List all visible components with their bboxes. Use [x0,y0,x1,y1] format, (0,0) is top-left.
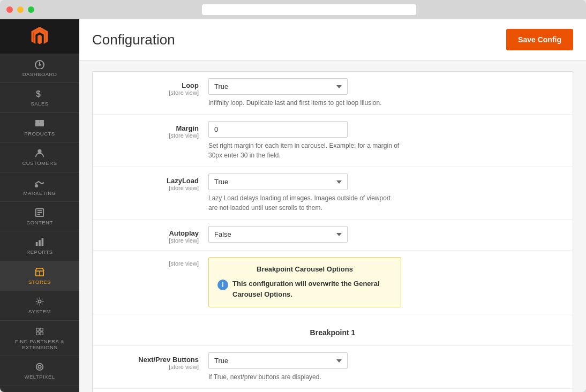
reports-label: REPORTS [26,249,52,255]
products-icon [33,118,46,129]
svg-rect-20 [40,328,43,330]
sidebar-item-dashboard[interactable]: DASHBOARD [0,54,79,83]
content-label: CONTENT [26,220,52,225]
notice-scope-col: [store view] [101,257,208,267]
sales-label: SALES [31,101,48,107]
form-row-next-prev: Next/Prev Buttons [store view] True Fals… [93,346,573,389]
sidebar-item-content[interactable]: CONTENT [0,202,79,231]
svg-rect-10 [37,210,42,211]
form-row-breakpoint-notice: [store view] Breakpoint Carousel Options… [93,251,573,314]
page-header: Configuration Save Config [79,19,586,61]
margin-label-col: Margin [store view] [101,121,208,139]
form-row-autoplay: Autoplay [store view] True False [93,220,573,251]
sidebar-item-marketing[interactable]: MARKETING [0,172,79,202]
margin-note: Set right margin for each item in carous… [208,141,401,160]
margin-control-col: Set right margin for each item in carous… [208,121,564,160]
form-row-margin: Margin [store view] Set right margin for… [93,115,573,167]
margin-input[interactable] [208,121,348,138]
system-icon [33,296,46,307]
next-prev-control-col: True False If True, next/prev buttons ar… [208,352,564,382]
svg-rect-19 [36,328,39,330]
notice-body: i This configuration will overwrite the … [217,278,392,299]
breakpoint-heading-row: Breakpoint 1 [93,314,573,346]
lazyload-control-col: True False Lazy Load delays loading of i… [208,174,564,213]
svg-rect-15 [42,238,44,246]
reports-icon [33,237,46,247]
svg-rect-22 [40,331,43,334]
find-partners-icon [33,326,46,337]
svg-rect-11 [37,212,42,213]
minimize-button[interactable] [17,6,24,13]
lazyload-label-col: LazyLoad [store view] [101,174,208,191]
sidebar: DASHBOARD $ SALES PRODUCTS CUSTOMERS [0,19,79,392]
marketing-label: MARKETING [24,190,56,196]
svg-point-1 [39,64,41,66]
breakpoint-notice-title: Breakpoint Carousel Options [217,265,392,273]
title-bar [0,0,586,19]
svg-rect-3 [35,122,40,126]
next-prev-scope: [store view] [101,364,199,370]
loop-label: Loop [101,81,199,89]
customers-icon [33,148,46,159]
notice-text: This configuration will overwrite the Ge… [232,278,392,299]
form-row-items: Items [store view] [93,389,573,392]
sidebar-item-stores[interactable]: STORES [0,261,79,291]
info-icon: i [217,280,228,290]
notice-scope: [store view] [101,260,199,267]
svg-point-7 [37,149,41,153]
sidebar-item-find-partners[interactable]: FIND PARTNERS & EXTENSIONS [0,321,79,357]
sidebar-item-system[interactable]: SYSTEM [0,291,79,320]
weltpixel-label: WELTPIXEL [24,374,55,380]
lazyload-scope: [store view] [101,185,199,191]
svg-rect-4 [40,122,44,126]
svg-point-18 [38,300,41,303]
loop-scope: [store view] [101,89,199,96]
save-config-button[interactable]: Save Config [506,29,573,50]
sidebar-item-reports[interactable]: REPORTS [0,231,79,261]
autoplay-select[interactable]: True False [208,226,348,243]
svg-rect-21 [36,331,39,334]
sidebar-item-products[interactable]: PRODUCTS [0,113,79,142]
sidebar-item-weltpixel[interactable]: WELTPIXEL [0,356,79,386]
margin-label: Margin [101,124,199,132]
next-prev-select[interactable]: True False [208,352,348,369]
form-row-loop: Loop [store view] True False Infifnity l… [93,72,573,115]
breakpoint-heading: Breakpoint 1 [101,321,564,339]
maximize-button[interactable] [28,6,34,13]
loop-note: Infifnity loop. Duplicate last and first… [208,98,401,108]
dashboard-icon [33,59,46,70]
autoplay-scope: [store view] [101,237,199,244]
form-row-lazyload: LazyLoad [store view] True False Lazy Lo… [93,167,573,220]
svg-point-24 [38,366,41,368]
svg-rect-13 [36,242,38,246]
sidebar-item-sales[interactable]: $ SALES [0,83,79,112]
main-content: Configuration Save Config Loop [store vi… [79,19,586,392]
system-label: SYSTEM [28,308,51,314]
stores-icon [33,267,46,277]
products-label: PRODUCTS [24,131,55,137]
lazyload-label: LazyLoad [101,177,199,185]
stores-label: STORES [28,279,51,285]
find-partners-label: FIND PARTNERS & EXTENSIONS [0,338,79,351]
sales-icon: $ [33,88,46,99]
svg-rect-12 [37,214,40,215]
content-icon [33,207,46,218]
svg-point-8 [35,184,38,187]
lazyload-select[interactable]: True False [208,174,348,190]
svg-rect-5 [35,120,40,122]
config-body: Loop [store view] True False Infifnity l… [79,61,586,392]
sidebar-logo [0,19,79,54]
loop-select[interactable]: True False [208,78,348,95]
svg-point-23 [36,364,43,371]
page-title: Configuration [92,32,175,48]
magento-logo-icon [30,27,49,46]
sidebar-item-customers[interactable]: CUSTOMERS [0,142,79,172]
loop-label-col: Loop [store view] [101,78,208,96]
customers-label: CUSTOMERS [22,160,57,166]
next-prev-label: Next/Prev Buttons [101,356,199,364]
close-button[interactable] [6,6,13,13]
config-section: Loop [store view] True False Infifnity l… [92,71,573,392]
marketing-icon [33,178,46,189]
next-prev-label-col: Next/Prev Buttons [store view] [101,352,208,370]
notice-control-col: Breakpoint Carousel Options i This confi… [208,257,564,307]
